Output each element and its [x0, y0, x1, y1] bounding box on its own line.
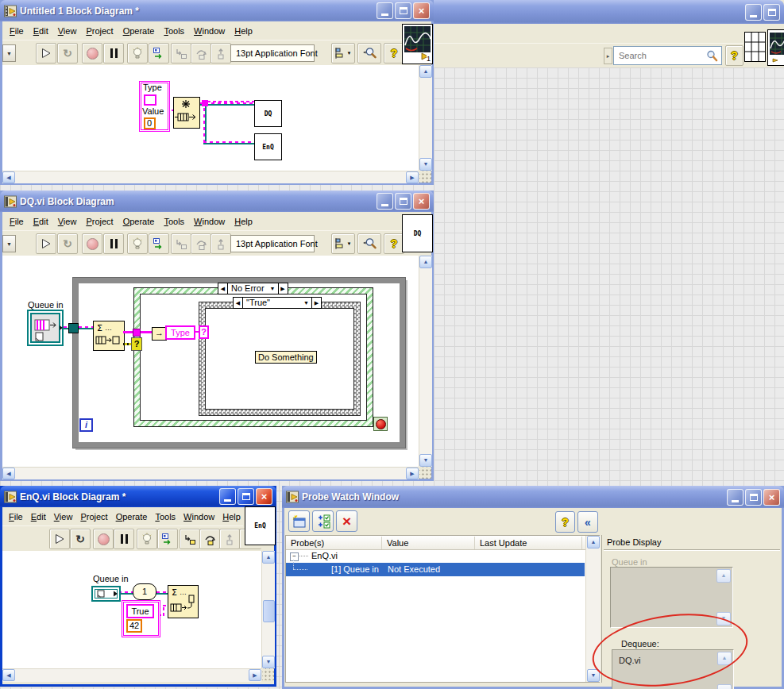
menu-edit[interactable]: Edit	[29, 214, 53, 229]
align-objects-button[interactable]: ▼	[331, 43, 355, 64]
menu-operate[interactable]: Operate	[112, 510, 152, 524]
dq-subvi[interactable]: DQ	[254, 100, 282, 127]
error-case-selector[interactable]: ◀ No Error ▼ ▶	[218, 283, 288, 294]
queue-in-control[interactable]	[91, 586, 121, 602]
pause-button[interactable]	[114, 529, 134, 549]
bool-constant[interactable]: True	[126, 604, 154, 618]
font-selector[interactable]: 13pt Application Font	[230, 235, 315, 252]
menu-operate[interactable]: Operate	[118, 24, 160, 38]
scroll-right-button[interactable]: ▶	[249, 669, 261, 681]
context-help-button[interactable]: ?	[725, 45, 743, 66]
add-probes-button[interactable]	[312, 510, 334, 532]
maximize-button[interactable]	[238, 488, 254, 505]
menu-tools[interactable]: Tools	[151, 510, 180, 524]
type-element[interactable]	[144, 94, 156, 106]
obtain-queue-node[interactable]	[173, 97, 200, 129]
unbundle-type-field[interactable]: Type	[165, 325, 195, 340]
step-out-button[interactable]	[210, 233, 231, 254]
close-button[interactable]: ×	[413, 2, 430, 19]
enq-diagram[interactable]: Queue in 1 True	[2, 551, 261, 668]
untitled-vi-icon[interactable]: 1	[402, 24, 433, 64]
menu-help[interactable]: Help	[230, 24, 257, 38]
open-probe-window-button[interactable]	[288, 510, 310, 532]
menu-help[interactable]: Help	[230, 214, 257, 229]
menu-view[interactable]: View	[50, 510, 77, 524]
delete-probe-button[interactable]: ×	[336, 510, 357, 532]
menu-file[interactable]: File	[5, 510, 27, 524]
run-continuous-button[interactable]: ↻	[57, 43, 78, 64]
column-probes[interactable]: Probe(s)	[286, 537, 382, 549]
resize-grip[interactable]	[419, 171, 431, 183]
resize-grip[interactable]	[419, 467, 431, 479]
scroll-down-button[interactable]: ▼	[717, 684, 732, 689]
run-button[interactable]	[36, 233, 56, 254]
column-value[interactable]: Value	[382, 537, 475, 549]
maximize-button[interactable]	[763, 4, 780, 21]
vertical-scrollbar[interactable]: ▲ ▼	[419, 65, 432, 171]
search-box[interactable]	[613, 46, 722, 65]
probe-titlebar[interactable]: Probe Watch Window ×	[282, 486, 784, 508]
horizontal-scrollbar[interactable]: ◀ ▶	[2, 171, 419, 183]
align-objects-button[interactable]: ▼	[331, 233, 355, 254]
minimize-button[interactable]	[377, 193, 393, 210]
menu-edit[interactable]: Edit	[29, 24, 53, 38]
step-into-button[interactable]	[180, 529, 200, 549]
dq-titlebar[interactable]: DQ.vi Block Diagram ×	[0, 191, 434, 212]
horizontal-scrollbar[interactable]: ◀ ▶	[2, 668, 261, 682]
scroll-down-button[interactable]: ▼	[262, 656, 275, 668]
retain-wire-values-button[interactable]	[157, 529, 178, 549]
align-grid-button[interactable]	[743, 30, 767, 64]
step-out-button[interactable]	[219, 529, 240, 549]
vertical-scrollbar[interactable]: ▲ ▼	[261, 551, 275, 668]
scroll-up-button[interactable]: ▲	[262, 551, 275, 564]
scroll-left-button[interactable]: ◀	[2, 171, 15, 183]
close-button[interactable]: ×	[413, 193, 430, 210]
vertical-scrollbar[interactable]: ▲ ▼	[419, 256, 432, 467]
step-into-button[interactable]	[171, 43, 191, 64]
menu-edit[interactable]: Edit	[27, 510, 50, 524]
menu-view[interactable]: View	[53, 24, 82, 38]
loop-condition-terminal[interactable]	[373, 417, 388, 431]
numeric-constant[interactable]: 42	[126, 619, 142, 633]
enqueue-element-node[interactable]: Σ …	[168, 585, 199, 618]
enq-titlebar[interactable]: EnQ.vi Block Diagram * ×	[0, 486, 276, 507]
enq-vi-icon[interactable]: EnQ	[245, 506, 276, 545]
font-selector-dropdown[interactable]: ▼	[2, 235, 16, 252]
scroll-right-button[interactable]: ▶	[406, 171, 419, 183]
minimize-button[interactable]	[219, 488, 236, 505]
pause-button[interactable]	[103, 233, 124, 254]
probe-table[interactable]: Probe(s) Value Last Update − EnQ.vi [1] …	[285, 535, 600, 683]
menu-operate[interactable]: Operate	[118, 214, 160, 229]
maximize-button[interactable]	[745, 489, 762, 506]
collapse-panel-button[interactable]: «	[577, 511, 598, 533]
maximize-button[interactable]	[395, 193, 411, 210]
menu-window[interactable]: Window	[180, 510, 218, 524]
highlight-execution-button[interactable]	[127, 43, 148, 64]
close-button[interactable]: ×	[763, 489, 780, 506]
step-over-button[interactable]	[191, 233, 211, 254]
retain-wire-values-button[interactable]	[149, 43, 169, 64]
untitled-titlebar[interactable]: Untitled 1 Block Diagram * ×	[0, 0, 434, 21]
highlight-execution-button[interactable]	[137, 529, 157, 549]
column-last-update[interactable]: Last Update	[475, 537, 582, 549]
dequeue-element-node[interactable]: Σ …	[93, 321, 125, 351]
do-something-label[interactable]: Do Something	[255, 351, 317, 364]
step-over-button[interactable]	[191, 43, 211, 64]
menu-file[interactable]: File	[5, 214, 29, 229]
menu-window[interactable]: Window	[189, 24, 230, 38]
search-input[interactable]	[617, 50, 706, 61]
abort-button[interactable]	[82, 43, 102, 64]
menu-window[interactable]: Window	[189, 214, 230, 229]
queue-in-control[interactable]	[27, 310, 64, 346]
enq-subvi[interactable]: EnQ	[254, 133, 282, 160]
probe-help-button[interactable]: ?	[555, 511, 575, 533]
menu-view[interactable]: View	[53, 214, 82, 229]
run-button[interactable]	[36, 43, 56, 64]
untitled-diagram[interactable]: Type Value 0 DQ	[2, 65, 419, 171]
scroll-thumb[interactable]	[263, 600, 275, 622]
cluster-constant[interactable]: True 42	[122, 600, 160, 637]
menu-file[interactable]: File	[5, 24, 29, 38]
retain-wire-values-button[interactable]	[149, 233, 169, 254]
minimize-button[interactable]	[745, 4, 762, 21]
cluster-constant[interactable]: Type Value 0	[139, 81, 170, 132]
